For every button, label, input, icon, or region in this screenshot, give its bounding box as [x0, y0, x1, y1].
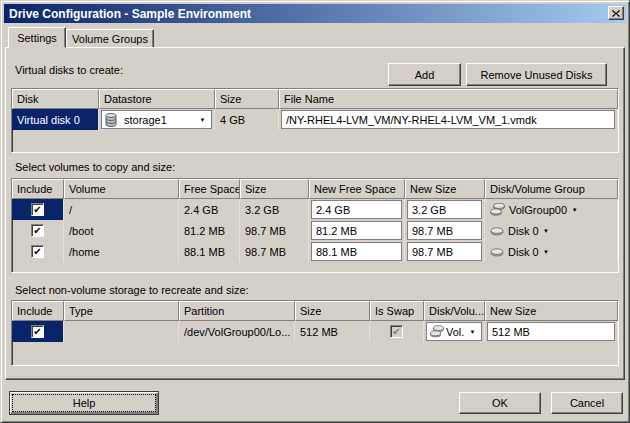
close-icon: [612, 10, 620, 17]
new-free-space-cell: 81.2 MB: [309, 220, 405, 241]
include-checkbox[interactable]: ✔: [31, 224, 44, 237]
table-row[interactable]: ✔ /home 88.1 MB 98.7 MB 88.1 MB 98.7 MB …: [12, 241, 618, 262]
table-row[interactable]: ✔ /dev/VolGroup00/Lo... 512 MB ✔ Vol... …: [12, 321, 618, 342]
disk-volume-value: Vol...: [445, 326, 465, 338]
ok-button-label: OK: [492, 397, 508, 409]
cancel-button-label: Cancel: [570, 397, 604, 409]
disk-volume-group-cell: Disk 0 ▼: [485, 241, 618, 262]
is-swap-checkbox: ✔: [390, 325, 403, 338]
new-size-input[interactable]: 512 MB: [487, 322, 615, 341]
include-cell: ✔: [12, 220, 64, 241]
table-row[interactable]: Virtual disk 0 storage1 ▼ 4 GB /NY-RHEL4…: [12, 109, 618, 130]
column-header-datastore: Datastore: [99, 89, 215, 109]
titlebar[interactable]: Drive Configuration - Sample Environment: [4, 4, 626, 23]
datastore-cell: storage1 ▼: [99, 109, 215, 130]
disk-volume-group-cell: Vol... ▼: [424, 321, 485, 342]
size-cell: 3.2 GB: [240, 199, 309, 220]
tab-settings[interactable]: Settings: [8, 27, 66, 48]
type-cell: [64, 321, 179, 342]
column-header-size: Size: [215, 89, 279, 109]
datastore-icon: [105, 113, 117, 127]
column-header-disk-volume-group: Disk/Volume Group: [485, 179, 618, 199]
disk-name-cell[interactable]: Virtual disk 0: [12, 109, 99, 130]
column-header-free-space: Free Space: [179, 179, 240, 199]
drive-configuration-dialog: Drive Configuration - Sample Environment…: [0, 0, 630, 423]
chevron-down-icon[interactable]: ▼: [567, 202, 582, 217]
file-name-input[interactable]: /NY-RHEL4-LVM_VM/NY-RHEL4-LVM_VM_1.vmdk: [281, 110, 615, 129]
column-header-new-size: New Size: [405, 179, 485, 199]
partition-cell: /dev/VolGroup00/Lo...: [179, 321, 295, 342]
chevron-down-icon[interactable]: ▼: [195, 112, 210, 127]
column-header-include: Include: [12, 301, 64, 321]
column-header-size: Size: [295, 301, 370, 321]
column-header-size: Size: [240, 179, 309, 199]
disk-volume-group-value: Disk 0: [508, 225, 539, 237]
free-space-cell: 88.1 MB: [179, 241, 240, 262]
free-space-cell: 81.2 MB: [179, 220, 240, 241]
disk-volume-group-cell: VolGroup00 ▼: [485, 199, 618, 220]
volume-cell: /home: [64, 241, 179, 262]
help-button-label: Help: [73, 397, 96, 409]
table-row[interactable]: ✔ /boot 81.2 MB 98.7 MB 81.2 MB 98.7 MB …: [12, 220, 618, 241]
column-header-disk-volu: Disk/Volu...: [424, 301, 485, 321]
new-free-space-input[interactable]: 2.4 GB: [311, 200, 402, 219]
help-button[interactable]: Help: [9, 391, 159, 415]
non-volume-label: Select non-volume storage to recreate an…: [15, 284, 249, 296]
new-size-input[interactable]: 98.7 MB: [407, 221, 482, 240]
add-button[interactable]: Add: [388, 63, 461, 86]
new-size-cell: 98.7 MB: [405, 220, 485, 241]
tab-volume-groups[interactable]: Volume Groups: [66, 29, 154, 48]
column-header-new-free-space: New Free Space: [309, 179, 405, 199]
datastore-combobox[interactable]: storage1 ▼: [101, 110, 212, 129]
disk-size-cell: 4 GB: [215, 109, 279, 130]
tab-settings-label: Settings: [17, 32, 57, 44]
ok-button[interactable]: OK: [459, 392, 541, 414]
chevron-down-icon[interactable]: ▼: [539, 244, 554, 259]
include-checkbox[interactable]: ✔: [31, 325, 44, 338]
column-header-volume: Volume: [64, 179, 179, 199]
column-header-is-swap: Is Swap: [370, 301, 424, 321]
tab-volume-groups-label: Volume Groups: [72, 33, 148, 45]
free-space-cell: 2.4 GB: [179, 199, 240, 220]
file-name-cell: /NY-RHEL4-LVM_VM/NY-RHEL4-LVM_VM_1.vmdk: [279, 109, 618, 130]
non-volume-table: Include Type Partition Size Is Swap Disk…: [11, 300, 619, 366]
include-cell: ✔: [12, 241, 64, 262]
disk-volume-group-value: VolGroup00: [509, 204, 567, 216]
new-free-space-input[interactable]: 81.2 MB: [311, 221, 402, 240]
volumes-header: Include Volume Free Space Size New Free …: [12, 179, 618, 199]
volumes-table: Include Volume Free Space Size New Free …: [11, 178, 619, 273]
disk-volume-group-cell: Disk 0 ▼: [485, 220, 618, 241]
remove-unused-disks-label: Remove Unused Disks: [481, 69, 593, 81]
include-checkbox[interactable]: ✔: [31, 203, 44, 216]
new-free-space-cell: 2.4 GB: [309, 199, 405, 220]
new-size-cell: 512 MB: [485, 321, 618, 342]
chevron-down-icon[interactable]: ▼: [539, 223, 554, 238]
column-header-new-size: New Size: [485, 301, 618, 321]
virtual-disks-label: Virtual disks to create:: [15, 64, 123, 76]
size-cell: 98.7 MB: [240, 220, 309, 241]
cancel-button[interactable]: Cancel: [551, 392, 623, 414]
close-button[interactable]: [608, 6, 624, 20]
new-free-space-input[interactable]: 88.1 MB: [311, 242, 402, 261]
new-free-space-cell: 88.1 MB: [309, 241, 405, 262]
include-cell: ✔: [12, 199, 64, 220]
remove-unused-disks-button[interactable]: Remove Unused Disks: [466, 63, 607, 86]
new-size-cell: 3.2 GB: [405, 199, 485, 220]
include-cell: ✔: [12, 321, 64, 342]
non-volume-header: Include Type Partition Size Is Swap Disk…: [12, 301, 618, 321]
disk-volume-combobox[interactable]: Vol... ▼: [426, 322, 482, 341]
disk-icon: [490, 226, 504, 236]
table-row[interactable]: ✔ / 2.4 GB 3.2 GB 2.4 GB 3.2 GB VolGroup…: [12, 199, 618, 220]
new-size-input[interactable]: 3.2 GB: [407, 200, 482, 219]
include-checkbox[interactable]: ✔: [31, 245, 44, 258]
volume-cell: /boot: [64, 220, 179, 241]
new-size-input[interactable]: 98.7 MB: [407, 242, 482, 261]
size-cell: 98.7 MB: [240, 241, 309, 262]
column-header-include: Include: [12, 179, 64, 199]
chevron-down-icon[interactable]: ▼: [465, 324, 480, 339]
add-button-label: Add: [415, 69, 435, 81]
column-header-file-name: File Name: [279, 89, 618, 109]
column-header-partition: Partition: [179, 301, 295, 321]
volume-group-icon: [430, 325, 444, 338]
is-swap-cell: ✔: [370, 321, 424, 342]
